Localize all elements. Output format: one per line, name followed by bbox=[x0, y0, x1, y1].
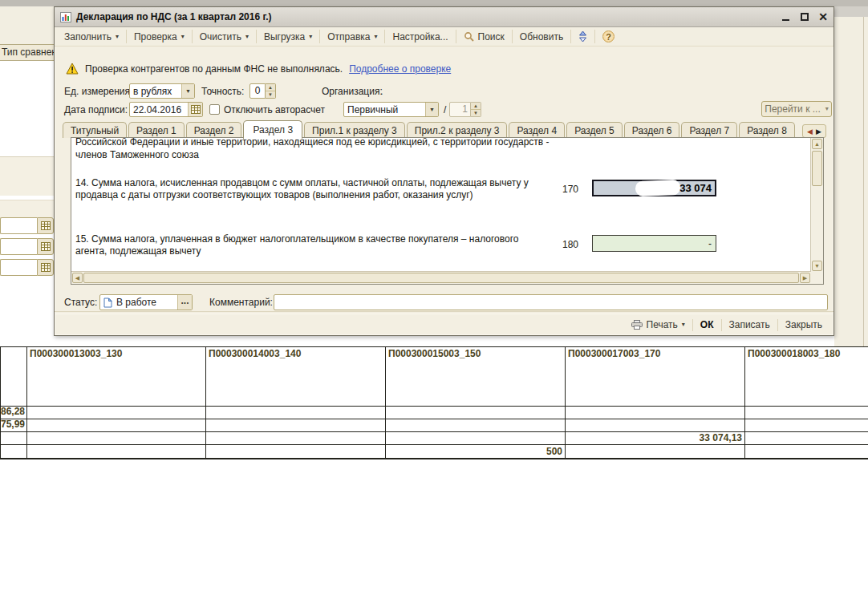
cell bbox=[1, 445, 27, 459]
tab-pril1-razdel-3[interactable]: Прил.1 к разделу 3 bbox=[304, 122, 405, 138]
status-more-button[interactable]: ... bbox=[177, 295, 192, 310]
check-button[interactable]: Проверка▾ bbox=[128, 29, 191, 45]
fill-button[interactable]: Заполнить▾ bbox=[58, 29, 125, 45]
revision-value[interactable]: 1 bbox=[449, 102, 471, 117]
picker-input[interactable] bbox=[0, 238, 37, 255]
tab-razdel-6[interactable]: Раздел 6 bbox=[624, 122, 680, 138]
row15-value: - bbox=[708, 238, 712, 249]
status-field[interactable]: В работе ... bbox=[99, 294, 193, 310]
tab-titulnyj[interactable]: Титульный bbox=[63, 122, 127, 138]
send-button[interactable]: Отправка▾ bbox=[321, 29, 383, 45]
minimize-icon[interactable] bbox=[781, 12, 792, 22]
vertical-scroll-thumb[interactable] bbox=[812, 151, 822, 186]
cursor-highlight bbox=[635, 180, 681, 196]
refresh-button[interactable]: Обновить bbox=[513, 29, 570, 45]
background-field-picker bbox=[0, 238, 54, 255]
picker-input[interactable] bbox=[0, 217, 37, 234]
organization-value: . bbox=[380, 86, 383, 97]
top-window-strip bbox=[0, 0, 868, 6]
combo-arrow-icon[interactable]: ▼ bbox=[425, 103, 438, 116]
close-icon[interactable]: ✕ bbox=[818, 12, 828, 22]
goto-button[interactable]: Перейти к ...▾ bbox=[761, 101, 832, 117]
cell bbox=[27, 419, 206, 432]
precision-value[interactable]: 0 bbox=[249, 83, 266, 99]
tab-scroll-left-icon[interactable]: ◀ bbox=[807, 127, 813, 136]
window-titlebar[interactable]: Декларация по НДС (за 1 квартал 2016 г.)… bbox=[55, 7, 834, 27]
table-pick-button[interactable] bbox=[37, 217, 54, 234]
search-button[interactable]: Поиск bbox=[457, 29, 511, 45]
warning-details-link[interactable]: Подробнее о проверке bbox=[349, 63, 451, 75]
tab-razdel-4[interactable]: Раздел 4 bbox=[509, 122, 565, 138]
upload-button[interactable]: Выгрузка▾ bbox=[258, 29, 318, 45]
doc-type-value: Первичный bbox=[344, 104, 425, 115]
toolbar-separator bbox=[256, 30, 257, 43]
row14-value: 33 074 bbox=[679, 182, 712, 194]
row15-code: 180 bbox=[551, 239, 578, 250]
header-cell: П000300013003_130 bbox=[27, 347, 206, 407]
table-pick-button[interactable] bbox=[37, 238, 54, 255]
spin-down-icon[interactable]: ▼ bbox=[266, 91, 275, 98]
vertical-scrollbar[interactable]: ▲ ▼ bbox=[810, 138, 823, 272]
horizontal-scrollbar[interactable]: ◀ ▶ bbox=[71, 271, 811, 284]
chevron-down-icon: ▾ bbox=[181, 34, 185, 40]
spin-buttons: ▲▼ bbox=[266, 83, 276, 99]
table-row: 500 bbox=[1, 445, 868, 459]
tab-pril2-razdel-3[interactable]: Прил.2 к разделу 3 bbox=[407, 122, 508, 138]
precision-stepper[interactable]: 0 ▲▼ bbox=[249, 83, 276, 99]
tab-razdel-1[interactable]: Раздел 1 bbox=[128, 122, 185, 138]
combo-arrow-icon[interactable]: ▼ bbox=[181, 84, 194, 98]
footer-separator bbox=[55, 311, 834, 314]
chevron-down-icon: ▾ bbox=[825, 106, 829, 112]
toolbar-separator bbox=[456, 30, 456, 43]
tab-razdel-7[interactable]: Раздел 7 bbox=[681, 122, 737, 138]
toolbar-separator bbox=[594, 30, 595, 43]
section3-intro: Российской Федерации и иные территории, … bbox=[75, 138, 765, 161]
spin-up-icon[interactable]: ▲ bbox=[471, 103, 481, 110]
toolbar-separator bbox=[384, 30, 385, 43]
help-button[interactable]: ? bbox=[596, 28, 621, 45]
tab-scroll-right-icon[interactable]: ▶ bbox=[816, 127, 821, 136]
close-button[interactable]: Закрыть bbox=[778, 317, 829, 333]
scroll-left-icon[interactable]: ◀ bbox=[72, 273, 83, 283]
spin-up-icon[interactable]: ▲ bbox=[266, 84, 275, 91]
background-divider bbox=[863, 17, 864, 346]
sign-date-field[interactable]: 22.04.2016 bbox=[129, 102, 203, 117]
tab-razdel-2[interactable]: Раздел 2 bbox=[186, 122, 242, 138]
calendar-pick-button[interactable] bbox=[188, 103, 202, 116]
section3-panel: Российской Федерации и иные территории, … bbox=[71, 137, 824, 285]
toolbar: Заполнить▾ Проверка▾ Очистить▾ Выгрузка▾… bbox=[55, 27, 834, 47]
table-pick-button[interactable] bbox=[37, 259, 54, 276]
grid-icon bbox=[41, 242, 51, 251]
maximize-icon[interactable] bbox=[800, 12, 810, 22]
horizontal-scroll-thumb[interactable] bbox=[83, 273, 799, 283]
cell bbox=[566, 445, 745, 459]
settings-button[interactable]: Настройка... bbox=[386, 29, 454, 45]
disable-autocalc-checkbox[interactable] bbox=[209, 104, 220, 115]
scroll-up-icon[interactable]: ▲ bbox=[812, 139, 822, 149]
window-controls: ✕ bbox=[781, 12, 828, 22]
tab-razdel-8[interactable]: Раздел 8 bbox=[739, 122, 795, 138]
print-button[interactable]: Печать▾ bbox=[624, 317, 692, 333]
sort-updown-button[interactable] bbox=[572, 28, 594, 45]
cell: 500 bbox=[386, 445, 566, 459]
save-button[interactable]: Записать bbox=[722, 317, 777, 333]
toolbar-separator bbox=[512, 30, 513, 43]
tab-razdel-5[interactable]: Раздел 5 bbox=[566, 122, 623, 138]
sign-date-value[interactable]: 22.04.2016 bbox=[130, 104, 188, 115]
row14-value-field[interactable]: 33 074 bbox=[592, 180, 716, 196]
tab-razdel-3[interactable]: Раздел 3 bbox=[243, 120, 302, 139]
clear-button[interactable]: Очистить▾ bbox=[193, 29, 255, 45]
cell bbox=[1, 432, 27, 445]
picker-input[interactable] bbox=[0, 259, 37, 276]
unit-combo[interactable]: в рублях ▼ bbox=[129, 83, 195, 99]
row15-value-field[interactable]: - bbox=[592, 235, 716, 252]
scroll-right-icon[interactable]: ▶ bbox=[800, 273, 810, 283]
ok-button[interactable]: ОК bbox=[693, 317, 721, 333]
cell bbox=[27, 445, 206, 459]
warning-text: Проверка контрагентов по данным ФНС не в… bbox=[85, 63, 343, 75]
comment-input[interactable] bbox=[274, 294, 828, 310]
spin-down-icon[interactable]: ▼ bbox=[471, 110, 481, 116]
revision-stepper[interactable]: 1 ▲▼ bbox=[449, 102, 481, 117]
doc-type-combo[interactable]: Первичный ▼ bbox=[343, 102, 439, 117]
scroll-down-icon[interactable]: ▼ bbox=[812, 261, 822, 271]
